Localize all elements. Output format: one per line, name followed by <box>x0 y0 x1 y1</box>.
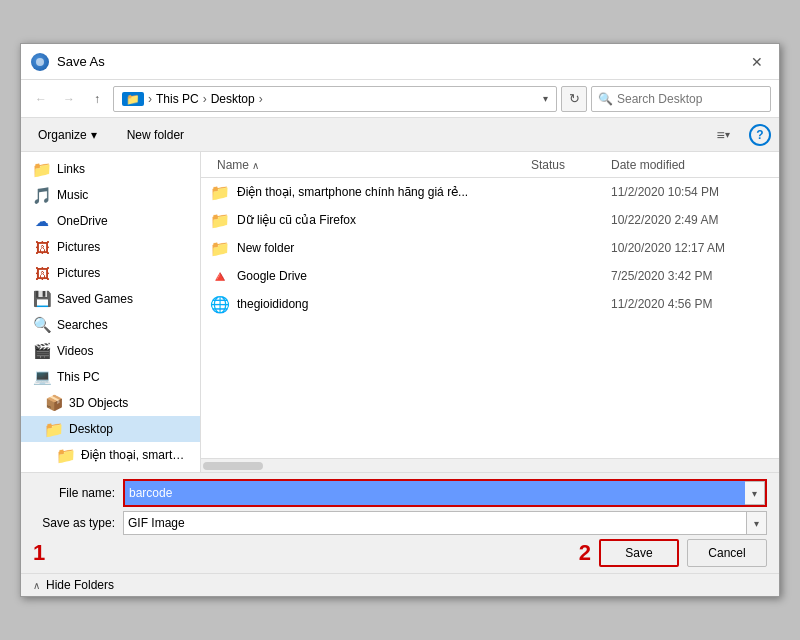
savetype-label: Save as type: <box>33 516 123 530</box>
file-item[interactable]: 📁 Điện thoại, smartphone chính hãng giá … <box>201 178 779 206</box>
path-thispc-text: This PC <box>156 92 199 106</box>
pictures-icon: 🖼 <box>33 238 51 256</box>
3dobjects-icon: 📦 <box>45 394 63 412</box>
cancel-button[interactable]: Cancel <box>687 539 767 567</box>
pictures2-icon: 🖼 <box>33 264 51 282</box>
save-button[interactable]: Save <box>599 539 679 567</box>
up-button[interactable]: ↑ <box>85 87 109 111</box>
number1-label: 1 <box>33 540 45 566</box>
view-button[interactable]: ≡ ▾ <box>709 122 737 148</box>
main-content: 📁 Links 🎵 Music ☁ OneDrive 🖼 Pictures 🖼 … <box>21 152 779 472</box>
sidebar-item-label: Điện thoại, smartphone chính hàng gi <box>81 448 188 462</box>
col-status-header[interactable]: Status <box>531 158 611 172</box>
filename-row: File name: ▾ <box>33 479 767 507</box>
dienthoai-folder-icon: 📁 <box>57 446 75 464</box>
savetype-row: Save as type: GIF Image ▾ <box>33 511 767 535</box>
savetype-dropdown-button[interactable]: ▾ <box>747 511 767 535</box>
thispc-icon: 💻 <box>33 368 51 386</box>
file-list-container: Name ∧ Status Date modified 📁 Điện thoại… <box>201 152 779 472</box>
sidebar-item-label: Desktop <box>69 422 113 436</box>
file-list-header: Name ∧ Status Date modified <box>201 152 779 178</box>
sidebar-item-label: Saved Games <box>57 292 133 306</box>
back-button[interactable]: ← <box>29 87 53 111</box>
sidebar-item-label: Searches <box>57 318 108 332</box>
address-bar: ← → ↑ 📁 › This PC › Desktop › ▾ ↻ 🔍 <box>21 80 779 118</box>
file-item-date: 11/2/2020 4:56 PM <box>611 297 771 311</box>
savetype-select[interactable]: GIF Image <box>123 511 747 535</box>
sidebar-item-label: Videos <box>57 344 93 358</box>
organize-button[interactable]: Organize ▾ <box>29 124 106 146</box>
sidebar: 📁 Links 🎵 Music ☁ OneDrive 🖼 Pictures 🖼 … <box>21 152 201 472</box>
action-buttons: 2 Save Cancel <box>579 539 767 567</box>
file-item[interactable]: 📁 New folder 10/20/2020 12:17 AM <box>201 234 779 262</box>
save-as-dialog: Save As ✕ ← → ↑ 📁 › This PC › Desktop › … <box>20 43 780 597</box>
file-item-name: Dữ liệu cũ của Firefox <box>237 213 531 227</box>
file-item[interactable]: 📁 Dữ liệu cũ của Firefox 10/22/2020 2:49… <box>201 206 779 234</box>
sidebar-item-links[interactable]: 📁 Links <box>21 156 200 182</box>
sidebar-item-label: Pictures <box>57 240 100 254</box>
close-button[interactable]: ✕ <box>745 50 769 74</box>
path-desktop-text: Desktop <box>211 92 255 106</box>
googledrive-icon: 🔺 <box>209 265 231 287</box>
sidebar-item-label: Music <box>57 188 88 202</box>
number2-label: 2 <box>579 540 591 566</box>
filename-input[interactable] <box>125 481 745 505</box>
sidebar-item-videos[interactable]: 🎬 Videos <box>21 338 200 364</box>
sidebar-item-pictures2[interactable]: 🖼 Pictures <box>21 260 200 286</box>
search-box: 🔍 <box>591 86 771 112</box>
path-sep1: › <box>148 92 152 106</box>
file-item-name: thegioididong <box>237 297 531 311</box>
file-item-name: Google Drive <box>237 269 531 283</box>
sidebar-item-thispc[interactable]: 💻 This PC <box>21 364 200 390</box>
forward-button[interactable]: → <box>57 87 81 111</box>
file-item-date: 10/20/2020 12:17 AM <box>611 241 771 255</box>
file-item[interactable]: 🌐 thegioididong 11/2/2020 4:56 PM <box>201 290 779 318</box>
sidebar-item-pictures1[interactable]: 🖼 Pictures <box>21 234 200 260</box>
sidebar-item-searches[interactable]: 🔍 Searches <box>21 312 200 338</box>
hide-folders-bar[interactable]: ∧ Hide Folders <box>21 573 779 596</box>
path-dropdown-chevron: ▾ <box>543 93 548 104</box>
desktop-folder-icon: 📁 <box>45 420 63 438</box>
organize-label: Organize <box>38 128 87 142</box>
sidebar-item-onedrive[interactable]: ☁ OneDrive <box>21 208 200 234</box>
sidebar-item-label: Pictures <box>57 266 100 280</box>
new-folder-label: New folder <box>127 128 184 142</box>
file-list: 📁 Điện thoại, smartphone chính hãng giá … <box>201 178 779 458</box>
sidebar-item-music[interactable]: 🎵 Music <box>21 182 200 208</box>
sidebar-item-3dobjects[interactable]: 📦 3D Objects <box>21 390 200 416</box>
folder-icon: 📁 <box>209 237 231 259</box>
sidebar-item-dienthoai[interactable]: 📁 Điện thoại, smartphone chính hàng gi <box>21 442 200 468</box>
sort-indicator: ∧ <box>252 160 259 171</box>
hide-folders-chevron: ∧ <box>33 580 40 591</box>
refresh-button[interactable]: ↻ <box>561 86 587 112</box>
searches-icon: 🔍 <box>33 316 51 334</box>
col-date-header[interactable]: Date modified <box>611 158 771 172</box>
view-chevron: ▾ <box>725 129 730 140</box>
file-item-date: 7/25/2020 3:42 PM <box>611 269 771 283</box>
bottom-bar: File name: ▾ Save as type: GIF Image ▾ 1… <box>21 472 779 573</box>
filename-label: File name: <box>33 486 123 500</box>
scrollbar-thumb <box>203 462 263 470</box>
search-input[interactable] <box>617 92 764 106</box>
savedgames-icon: 💾 <box>33 290 51 308</box>
path-sep2: › <box>203 92 207 106</box>
sidebar-item-label: 3D Objects <box>69 396 128 410</box>
horizontal-scrollbar[interactable] <box>201 458 779 472</box>
cloud-icon: ☁ <box>33 212 51 230</box>
title-bar: Save As ✕ <box>21 44 779 80</box>
sidebar-item-desktop[interactable]: 📁 Desktop <box>21 416 200 442</box>
help-button[interactable]: ? <box>749 124 771 146</box>
filename-dropdown-button[interactable]: ▾ <box>745 481 765 505</box>
search-icon: 🔍 <box>598 92 613 106</box>
col-name-header[interactable]: Name ∧ <box>209 158 531 172</box>
file-item[interactable]: 🔺 Google Drive 7/25/2020 3:42 PM <box>201 262 779 290</box>
hide-folders-label: Hide Folders <box>46 578 114 592</box>
sidebar-item-savedgames[interactable]: 💾 Saved Games <box>21 286 200 312</box>
new-folder-button[interactable]: New folder <box>118 124 193 146</box>
sidebar-item-label: Links <box>57 162 85 176</box>
folder-icon: 📁 <box>209 209 231 231</box>
toolbar: Organize ▾ New folder ≡ ▾ ? <box>21 118 779 152</box>
view-icon: ≡ <box>716 127 724 143</box>
address-path[interactable]: 📁 › This PC › Desktop › ▾ <box>113 86 557 112</box>
thegioididong-icon: 🌐 <box>209 293 231 315</box>
